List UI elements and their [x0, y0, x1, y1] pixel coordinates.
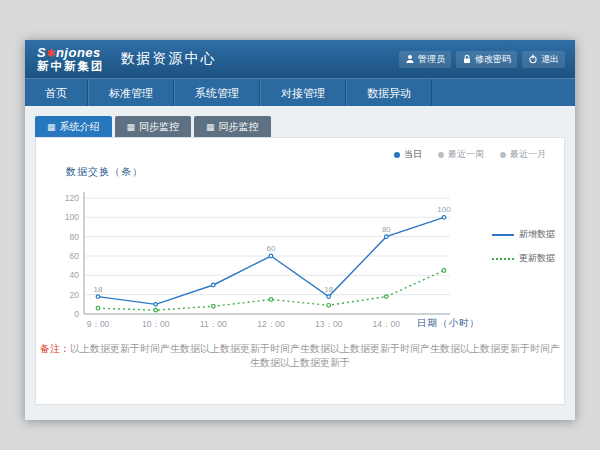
nav-item-connection-management[interactable]: 对接管理	[260, 79, 346, 107]
legend-label: 新增数据	[519, 228, 555, 241]
svg-text:120: 120	[65, 193, 79, 203]
logo-subtitle: 新中新集团	[37, 60, 105, 72]
tab-sync-monitor-1[interactable]: ▦ 同步监控	[115, 116, 192, 137]
svg-text:11：00: 11：00	[200, 319, 227, 329]
user-icon	[405, 54, 415, 64]
svg-text:18: 18	[324, 285, 333, 294]
header-bar: S✱njones 新中新集团 数据资源中心 管理员 修改密码 退出	[25, 40, 575, 78]
power-icon	[528, 54, 538, 64]
grid-icon: ▦	[127, 122, 136, 132]
svg-text:18: 18	[94, 285, 103, 294]
svg-text:40: 40	[70, 270, 80, 280]
filter-last-week[interactable]: 最近一周	[438, 148, 484, 161]
dot-icon	[438, 152, 444, 158]
tab-label: 同步监控	[219, 120, 259, 134]
dot-icon	[394, 152, 400, 158]
nav-item-home[interactable]: 首页	[25, 79, 88, 107]
logo-wordmark: S✱njones	[37, 46, 105, 60]
note-text: 以上数据更新于时间产生数据以上数据更新于时间产生数据以上数据更新于时间产生数据以…	[70, 343, 560, 368]
series-legend: 新增数据 更新数据	[492, 228, 555, 336]
svg-text:100: 100	[437, 205, 451, 214]
dotted-line-sample-icon	[492, 258, 514, 260]
legend-item-new-data[interactable]: 新增数据	[492, 228, 555, 241]
period-filter-group: 当日 最近一周 最近一月	[394, 148, 546, 161]
company-logo: S✱njones 新中新集团	[37, 46, 105, 72]
svg-text:12：00: 12：00	[257, 319, 285, 329]
svg-text:60: 60	[70, 251, 80, 261]
grid-icon: ▦	[47, 122, 56, 132]
filter-today[interactable]: 当日	[394, 148, 422, 161]
logo-star-icon: ✱	[46, 47, 56, 59]
content-area: ▦ 系统介绍 ▦ 同步监控 ▦ 同步监控 当日 最近一周	[25, 106, 575, 420]
svg-text:13：00: 13：00	[315, 319, 343, 329]
svg-text:80: 80	[382, 225, 391, 234]
line-sample-icon	[492, 234, 514, 236]
line-chart: 0204060801001209：0010：0011：0012：0013：001…	[50, 186, 480, 336]
chart-y-axis-title: 数据交换（条）	[66, 165, 143, 179]
admin-user-button[interactable]: 管理员	[399, 51, 451, 68]
change-password-label: 修改密码	[475, 53, 511, 66]
tab-label: 系统介绍	[60, 120, 100, 134]
tab-sync-monitor-2[interactable]: ▦ 同步监控	[194, 116, 271, 137]
header-user-actions: 管理员 修改密码 退出	[399, 51, 565, 68]
svg-text:60: 60	[267, 244, 276, 253]
tab-label: 同步监控	[139, 120, 179, 134]
chart-panel: 当日 最近一周 最近一月 数据交换（条） 0204060801001209：00…	[35, 137, 565, 405]
svg-text:80: 80	[70, 232, 80, 242]
chart-x-axis-title: 日期（小时）	[417, 317, 480, 330]
main-nav: 首页 标准管理 系统管理 对接管理 数据异动	[25, 78, 575, 107]
legend-item-updated-data[interactable]: 更新数据	[492, 252, 555, 265]
grid-icon: ▦	[206, 122, 215, 132]
svg-text:14：00: 14：00	[373, 319, 401, 329]
logout-button[interactable]: 退出	[522, 51, 565, 68]
tab-bar: ▦ 系统介绍 ▦ 同步监控 ▦ 同步监控	[25, 106, 575, 137]
filter-label: 最近一月	[510, 148, 546, 161]
filter-label: 最近一周	[448, 148, 484, 161]
legend-label: 更新数据	[519, 252, 555, 265]
page-title: 数据资源中心	[121, 50, 217, 68]
nav-item-data-change[interactable]: 数据异动	[346, 79, 432, 107]
change-password-button[interactable]: 修改密码	[456, 51, 517, 68]
filter-last-month[interactable]: 最近一月	[500, 148, 546, 161]
svg-text:20: 20	[70, 290, 80, 300]
footer-note: 备注：以上数据更新于时间产生数据以上数据更新于时间产生数据以上数据更新于时间产生…	[36, 342, 564, 370]
admin-user-label: 管理员	[418, 53, 445, 66]
lock-icon	[462, 54, 472, 64]
svg-text:0: 0	[74, 309, 79, 319]
logout-label: 退出	[541, 53, 559, 66]
nav-item-system-management[interactable]: 系统管理	[174, 79, 260, 107]
chart-area: 0204060801001209：0010：0011：0012：0013：001…	[50, 186, 556, 336]
app-window: S✱njones 新中新集团 数据资源中心 管理员 修改密码 退出	[25, 40, 575, 420]
svg-text:9：00: 9：00	[87, 319, 110, 329]
dot-icon	[500, 152, 506, 158]
note-prefix: 备注：	[40, 343, 70, 354]
svg-text:100: 100	[65, 212, 79, 222]
filter-label: 当日	[404, 148, 422, 161]
svg-text:10：00: 10：00	[142, 319, 170, 329]
nav-item-standard-management[interactable]: 标准管理	[88, 79, 174, 107]
chart-plot: 0204060801001209：0010：0011：0012：0013：001…	[50, 186, 480, 336]
tab-system-intro[interactable]: ▦ 系统介绍	[35, 116, 112, 137]
